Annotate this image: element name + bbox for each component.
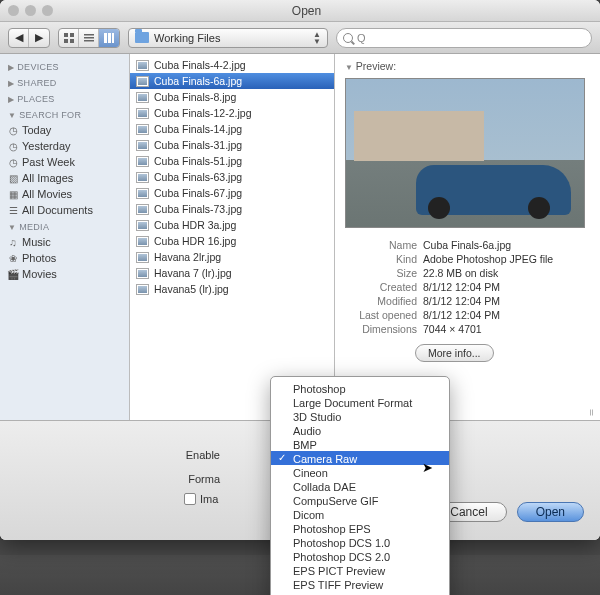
jpeg-file-icon xyxy=(136,252,149,263)
sidebar-item[interactable]: ❀Photos xyxy=(0,250,129,266)
metadata-value: Adobe Photoshop JPEG file xyxy=(423,253,553,265)
metadata-value: 22.8 MB on disk xyxy=(423,267,498,279)
icon-view-button[interactable] xyxy=(59,29,79,47)
file-name: Cuba Finals-73.jpg xyxy=(154,203,242,215)
file-row[interactable]: Cuba HDR 3a.jpg xyxy=(130,217,334,233)
format-option[interactable]: Photoshop DCS 2.0 xyxy=(271,549,449,563)
format-option-label: Photoshop xyxy=(293,383,346,395)
sidebar-section-header[interactable]: ▼MEDIA xyxy=(0,218,129,234)
jpeg-file-icon xyxy=(136,76,149,87)
list-view-button[interactable] xyxy=(79,29,99,47)
cursor-icon: ➤ xyxy=(422,460,433,475)
format-option[interactable]: Photoshop xyxy=(271,381,449,395)
file-name: Havana 7 (lr).jpg xyxy=(154,267,232,279)
format-option-label: EPS TIFF Preview xyxy=(293,579,383,591)
file-row[interactable]: Cuba Finals-8.jpg xyxy=(130,89,334,105)
sidebar-item-label: All Documents xyxy=(22,204,93,216)
metadata-row: NameCuba Finals-6a.jpg xyxy=(345,238,590,252)
sidebar: ▶DEVICES▶SHARED▶PLACES▼SEARCH FOR◷Today◷… xyxy=(0,54,130,420)
enable-label: Enable xyxy=(160,449,220,461)
column-view-button[interactable] xyxy=(99,29,119,47)
metadata-key: Created xyxy=(345,281,423,293)
format-option[interactable]: Large Document Format xyxy=(271,395,449,409)
format-option[interactable]: CompuServe GIF xyxy=(271,493,449,507)
format-option[interactable]: Audio xyxy=(271,423,449,437)
file-name: Cuba Finals-31.jpg xyxy=(154,139,242,151)
file-row[interactable]: Cuba Finals-73.jpg xyxy=(130,201,334,217)
resize-handle[interactable]: ॥ xyxy=(588,407,594,418)
sidebar-item[interactable]: ☰All Documents xyxy=(0,202,129,218)
file-name: Cuba Finals-4-2.jpg xyxy=(154,59,246,71)
file-row[interactable]: Cuba Finals-51.jpg xyxy=(130,153,334,169)
file-row[interactable]: Cuba Finals-4-2.jpg xyxy=(130,57,334,73)
open-button[interactable]: Open xyxy=(517,502,584,522)
format-option[interactable]: 3D Studio xyxy=(271,409,449,423)
image-icon: ▧ xyxy=(7,172,19,184)
format-option[interactable]: Photoshop EPS xyxy=(271,521,449,535)
toolbar: ◀ ▶ Working Files ▲▼ Q xyxy=(0,22,600,54)
file-name: Cuba Finals-51.jpg xyxy=(154,155,242,167)
nav-back-forward[interactable]: ◀ ▶ xyxy=(8,28,50,48)
forward-button[interactable]: ▶ xyxy=(29,29,49,47)
file-row[interactable]: Havana 2lr.jpg xyxy=(130,249,334,265)
sidebar-item[interactable]: ◷Today xyxy=(0,122,129,138)
sidebar-item[interactable]: ◷Past Week xyxy=(0,154,129,170)
svg-rect-4 xyxy=(84,34,94,36)
view-mode-segmented[interactable] xyxy=(58,28,120,48)
format-popup-menu[interactable]: PhotoshopLarge Document Format3D StudioA… xyxy=(270,376,450,595)
preview-header: Preview: xyxy=(356,60,396,72)
format-option[interactable]: Collada DAE xyxy=(271,479,449,493)
format-option[interactable]: Photoshop DCS 1.0 xyxy=(271,535,449,549)
sidebar-section-header[interactable]: ▼SEARCH FOR xyxy=(0,106,129,122)
path-label: Working Files xyxy=(154,32,220,44)
sidebar-item[interactable]: ♫Music xyxy=(0,234,129,250)
format-option[interactable]: Flash 3D xyxy=(271,591,449,595)
format-option-label: BMP xyxy=(293,439,317,451)
sidebar-section-header[interactable]: ▶DEVICES xyxy=(0,58,129,74)
search-icon xyxy=(343,33,353,43)
svg-rect-9 xyxy=(112,33,114,43)
sidebar-item-label: Yesterday xyxy=(22,140,71,152)
sidebar-item[interactable]: 🎬Movies xyxy=(0,266,129,282)
format-option[interactable]: Dicom xyxy=(271,507,449,521)
metadata-value: 7044 × 4701 xyxy=(423,323,482,335)
file-row[interactable]: Havana 7 (lr).jpg xyxy=(130,265,334,281)
file-row[interactable]: Cuba Finals-14.jpg xyxy=(130,121,334,137)
jpeg-file-icon xyxy=(136,204,149,215)
metadata-value: 8/1/12 12:04 PM xyxy=(423,309,500,321)
file-row[interactable]: Cuba Finals-67.jpg xyxy=(130,185,334,201)
file-row[interactable]: Cuba Finals-31.jpg xyxy=(130,137,334,153)
image-sequence-checkbox[interactable] xyxy=(184,493,196,505)
file-row[interactable]: Cuba HDR 16.jpg xyxy=(130,233,334,249)
file-name: Cuba Finals-12-2.jpg xyxy=(154,107,251,119)
jpeg-file-icon xyxy=(136,124,149,135)
titlebar: Open xyxy=(0,0,600,22)
format-option-label: CompuServe GIF xyxy=(293,495,379,507)
format-option-label: Collada DAE xyxy=(293,481,356,493)
format-option[interactable]: BMP xyxy=(271,437,449,451)
sidebar-item[interactable]: ▧All Images xyxy=(0,170,129,186)
back-button[interactable]: ◀ xyxy=(9,29,29,47)
jpeg-file-icon xyxy=(136,172,149,183)
svg-rect-3 xyxy=(70,39,74,43)
format-option[interactable]: EPS TIFF Preview xyxy=(271,577,449,591)
metadata-value: 8/1/12 12:04 PM xyxy=(423,281,500,293)
svg-rect-2 xyxy=(64,39,68,43)
file-row[interactable]: Cuba Finals-6a.jpg xyxy=(130,73,334,89)
more-info-button[interactable]: More info... xyxy=(415,344,494,362)
path-popup[interactable]: Working Files ▲▼ xyxy=(128,28,328,48)
sidebar-item-label: Movies xyxy=(22,268,57,280)
file-row[interactable]: Cuba Finals-63.jpg xyxy=(130,169,334,185)
file-list[interactable]: Cuba Finals-4-2.jpgCuba Finals-6a.jpgCub… xyxy=(130,54,335,420)
sidebar-item[interactable]: ◷Yesterday xyxy=(0,138,129,154)
search-input[interactable]: Q xyxy=(336,28,592,48)
sidebar-item[interactable]: ▦All Movies xyxy=(0,186,129,202)
format-option[interactable]: EPS PICT Preview xyxy=(271,563,449,577)
folder-icon xyxy=(135,32,149,43)
sidebar-section-header[interactable]: ▶PLACES xyxy=(0,90,129,106)
format-option-label: Audio xyxy=(293,425,321,437)
file-row[interactable]: Cuba Finals-12-2.jpg xyxy=(130,105,334,121)
metadata-key: Dimensions xyxy=(345,323,423,335)
file-row[interactable]: Havana5 (lr).jpg xyxy=(130,281,334,297)
sidebar-section-header[interactable]: ▶SHARED xyxy=(0,74,129,90)
